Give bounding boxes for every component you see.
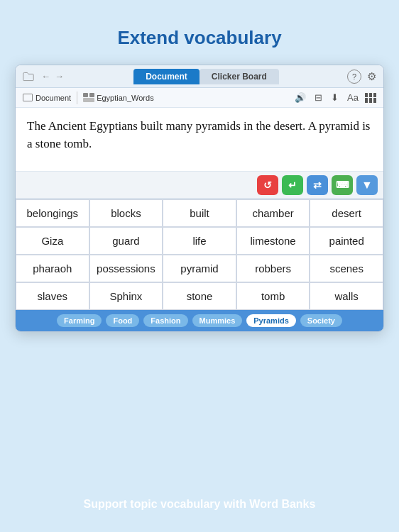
- file-icon: [23, 94, 33, 101]
- word-cell[interactable]: stone: [163, 282, 236, 310]
- word-cell[interactable]: tomb: [236, 282, 310, 310]
- category-bar: FarmingFoodFashionMummiesPyramidsSociety: [16, 310, 383, 331]
- font-btn[interactable]: Aa: [345, 92, 361, 104]
- word-grid: belongingsblocksbuiltchamberdesertGizagu…: [16, 199, 383, 310]
- wordbank-icon: [83, 93, 94, 102]
- title-bar-icons: [23, 71, 34, 82]
- tab-group: Document Clicker Board: [71, 69, 341, 84]
- word-cell[interactable]: slaves: [16, 282, 89, 310]
- word-cell[interactable]: scenes: [310, 255, 383, 282]
- wordbank-name: Egyptian_Words: [97, 94, 154, 102]
- word-cell[interactable]: robbers: [236, 255, 310, 282]
- word-cell[interactable]: blocks: [89, 199, 163, 227]
- word-cell[interactable]: desert: [310, 199, 383, 227]
- redo-btn[interactable]: →: [53, 71, 65, 82]
- collapse-btn[interactable]: ▼: [356, 175, 378, 195]
- word-cell[interactable]: walls: [310, 282, 383, 310]
- wordbank-toolbar: ↺ ↵ ⇄ ⌨ ▼: [16, 172, 383, 199]
- category-tab-fashion[interactable]: Fashion: [143, 314, 187, 327]
- word-cell[interactable]: limestone: [236, 227, 310, 255]
- svg-rect-0: [83, 93, 88, 97]
- word-cell[interactable]: pyramid: [163, 255, 236, 282]
- word-cell[interactable]: possessions: [89, 255, 163, 282]
- tab-document[interactable]: Document: [133, 69, 200, 84]
- download-btn[interactable]: ⬇: [329, 92, 341, 104]
- word-cell[interactable]: Giza: [16, 227, 89, 255]
- swap-btn[interactable]: ⇄: [307, 175, 328, 195]
- category-tab-farming[interactable]: Farming: [57, 314, 102, 327]
- title-bar-right: ? ⚙: [347, 70, 376, 84]
- word-cell[interactable]: belongings: [16, 199, 89, 227]
- svg-rect-2: [83, 98, 94, 102]
- grid-btn[interactable]: [365, 93, 376, 103]
- title-bar: ← → Document Clicker Board ? ⚙: [16, 65, 383, 88]
- word-cell[interactable]: built: [163, 199, 236, 227]
- layout-btn[interactable]: ⊟: [312, 92, 324, 104]
- document-text: The Ancient Egyptians built many pyramid…: [27, 118, 372, 153]
- page-title: Extend vocabulary: [117, 27, 281, 49]
- word-cell[interactable]: guard: [89, 227, 163, 255]
- settings-icon[interactable]: ⚙: [367, 70, 376, 83]
- document-area[interactable]: The Ancient Egyptians built many pyramid…: [16, 108, 383, 172]
- folder-icon: [23, 71, 34, 82]
- enter-btn[interactable]: ↵: [282, 175, 303, 195]
- word-cell[interactable]: life: [163, 227, 236, 255]
- word-cell[interactable]: chamber: [236, 199, 310, 227]
- toolbar-right: 🔊 ⊟ ⬇ Aa: [293, 92, 376, 104]
- help-button[interactable]: ?: [347, 70, 361, 84]
- keyboard-btn[interactable]: ⌨: [332, 175, 353, 195]
- subtitle: Support topic vocabulary with Word Banks: [70, 481, 330, 532]
- sound-btn[interactable]: 🔊: [293, 92, 308, 104]
- tab-clicker[interactable]: Clicker Board: [200, 69, 279, 84]
- svg-rect-1: [89, 93, 94, 97]
- category-tab-mummies[interactable]: Mummies: [192, 314, 243, 327]
- document-label: Document: [35, 94, 71, 102]
- file-label[interactable]: Document: [23, 94, 71, 102]
- category-tab-pyramids[interactable]: Pyramids: [246, 314, 296, 327]
- title-bar-nav[interactable]: ← →: [40, 71, 65, 82]
- egyptian-words-label[interactable]: Egyptian_Words: [83, 93, 154, 102]
- category-tab-society[interactable]: Society: [300, 314, 342, 327]
- toolbar-separator: [77, 92, 77, 104]
- category-tab-food[interactable]: Food: [106, 314, 139, 327]
- word-cell[interactable]: painted: [310, 227, 383, 255]
- secondary-toolbar: Document Egyptian_Words 🔊 ⊟ ⬇ Aa: [16, 88, 383, 108]
- app-window: ← → Document Clicker Board ? ⚙ Document …: [15, 65, 384, 332]
- delete-btn[interactable]: ↺: [257, 175, 278, 195]
- undo-btn[interactable]: ←: [40, 71, 52, 82]
- word-cell[interactable]: pharaoh: [16, 255, 89, 282]
- word-cell[interactable]: Sphinx: [89, 282, 163, 310]
